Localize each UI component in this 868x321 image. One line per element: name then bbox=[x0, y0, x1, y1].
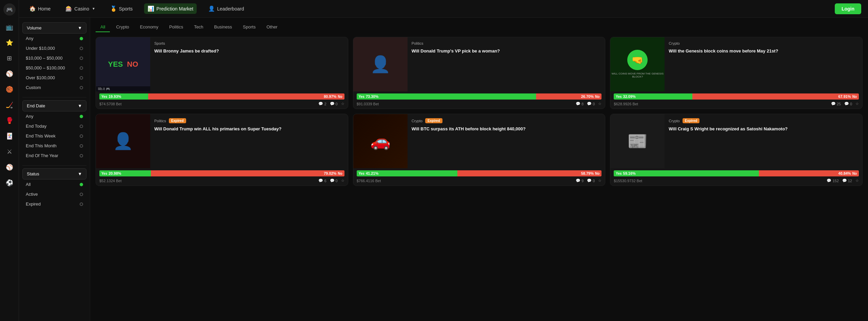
card-craig-likes: 💬 12 bbox=[842, 178, 852, 183]
tab-all[interactable]: All bbox=[96, 22, 110, 32]
card-craig-body: Crypto Expired Will Craig S Wright be re… bbox=[665, 114, 862, 168]
star-icon[interactable]: ☆ bbox=[341, 102, 344, 106]
nav-prediction-market[interactable]: 📊 Prediction Market bbox=[144, 3, 197, 14]
nav-casino-label: Casino bbox=[74, 6, 89, 12]
status-option-all[interactable]: All bbox=[22, 179, 86, 189]
card-bronny-image: YES NO lilb.it 🎮 bbox=[96, 37, 150, 91]
card-btc-image: 🚗 bbox=[353, 114, 408, 168]
sidebar-icon-nhl[interactable]: 🏒 bbox=[3, 98, 16, 112]
sidebar-icon-soccer[interactable]: ⚽ bbox=[3, 176, 16, 190]
card-btc-yes-bar: Yes 41.21% bbox=[357, 170, 458, 176]
no-label-8: No bbox=[595, 172, 599, 175]
volume-option-custom[interactable]: Custom bbox=[22, 83, 86, 92]
card-genesis-likes: 💬 0 bbox=[844, 102, 852, 106]
status-option-expired[interactable]: Expired bbox=[22, 199, 86, 209]
star-icon-7[interactable]: ☆ bbox=[341, 178, 344, 183]
tab-economy[interactable]: Economy bbox=[135, 22, 163, 32]
star-icon-9[interactable]: ☆ bbox=[598, 178, 601, 183]
sidebar-icon-nba[interactable]: 🏀 bbox=[3, 83, 16, 96]
card-trump-vp-footer: Yes 73.30% 26.70% No $91.0339 Bet bbox=[353, 91, 605, 109]
sidebar-icon-tv[interactable]: 📺 bbox=[3, 20, 16, 34]
sports-icon: 🏅 bbox=[110, 5, 117, 12]
volume-option-under10k[interactable]: Under $10,000 bbox=[22, 43, 86, 53]
enddate-month-dot bbox=[80, 144, 83, 148]
sidebar-icon-grid[interactable]: ⊞ bbox=[3, 51, 16, 65]
card-btc-ath[interactable]: 🚗 Crypto Expired Will BTC surpass its AT… bbox=[353, 114, 606, 186]
star-icon-5[interactable]: ☆ bbox=[855, 102, 859, 106]
card-btc-likes: 💬 0 bbox=[587, 178, 595, 183]
sidebar-icon-cards[interactable]: 🃏 bbox=[3, 129, 16, 143]
nav-casino[interactable]: 🎰 Casino ▼ bbox=[62, 3, 99, 14]
card-trump-vp[interactable]: 👤 Politics Will Donald Trump's VP pick b… bbox=[353, 37, 606, 109]
tab-tech[interactable]: Tech bbox=[189, 22, 208, 32]
volume-option-50k100k[interactable]: $50,000 – $100,000 bbox=[22, 63, 86, 73]
tab-politics[interactable]: Politics bbox=[164, 22, 188, 32]
card-trump-primaries-tag-row: Politics Expired bbox=[154, 118, 344, 123]
enddate-option-any[interactable]: Any bbox=[22, 111, 86, 121]
nav-sports[interactable]: 🏅 Sports bbox=[107, 3, 136, 14]
card-genesis-block[interactable]: 🤜 WILL COINS MOVE FROM THE GENESIS BLOCK… bbox=[610, 37, 863, 109]
tab-crypto[interactable]: Crypto bbox=[111, 22, 134, 32]
volume-filter-section: Volume ▼ Any Under $10,000 $10,000 – $50… bbox=[22, 22, 86, 92]
card-trump-primaries-likes: 💬 0 bbox=[330, 178, 338, 183]
volume-dropdown[interactable]: Volume ▼ bbox=[22, 22, 86, 34]
status-dropdown[interactable]: Status ▼ bbox=[22, 168, 86, 179]
nav-home[interactable]: 🏠 Home bbox=[26, 3, 54, 14]
card-trump-vp-no-pct: 26.70% bbox=[581, 94, 594, 99]
card-trump-primaries-no-bar: 79.02% No bbox=[151, 170, 344, 176]
card-btc-meta-right: 💬 9 💬 0 ☆ bbox=[576, 178, 601, 183]
card-btc-tag-row: Crypto Expired bbox=[412, 118, 601, 123]
card-trump-vp-bet: $91.0339 Bet bbox=[357, 102, 379, 106]
card-craig-wright[interactable]: 📰 Crypto Expired Will Craig S Wright be … bbox=[610, 114, 863, 186]
tab-business[interactable]: Business bbox=[210, 22, 237, 32]
enddate-dropdown[interactable]: End Date ▼ bbox=[22, 100, 86, 111]
status-chevron-icon: ▼ bbox=[78, 171, 82, 176]
enddate-option-month[interactable]: End This Month bbox=[22, 141, 86, 151]
comment-icon: 💬 bbox=[318, 102, 323, 106]
sidebar-icon-sword[interactable]: ⚔ bbox=[3, 145, 16, 158]
comment-icon-5: 💬 bbox=[831, 102, 836, 106]
no-label: No bbox=[338, 95, 342, 99]
sidebar-icon-mlb[interactable]: ⚾ bbox=[3, 67, 16, 81]
logo[interactable]: 🎮 bbox=[3, 3, 16, 16]
enddate-label: End Date bbox=[27, 103, 45, 108]
enddate-today-label: End Today bbox=[26, 124, 46, 129]
card-btc-no-bar: 58.79% No bbox=[457, 170, 601, 176]
tab-other[interactable]: Other bbox=[262, 22, 282, 32]
card-genesis-footer: Yes 32.09% 67.91% No $628.9926 Bet bbox=[610, 91, 862, 109]
card-trump-primaries[interactable]: 👤 Politics Expired Will Donald Trump win… bbox=[96, 114, 348, 186]
card-genesis-meta-right: 💬 25 💬 0 ☆ bbox=[831, 102, 859, 106]
tab-sports[interactable]: Sports bbox=[238, 22, 260, 32]
card-bronny-no-bar: 80.97% No bbox=[148, 93, 344, 100]
card-trump-primaries-tag: Politics bbox=[154, 119, 166, 123]
card-bronny-james[interactable]: YES NO lilb.it 🎮 Sports Will Bronny Jame… bbox=[96, 37, 348, 109]
status-option-active[interactable]: Active bbox=[22, 189, 86, 199]
like-icon: 💬 bbox=[330, 102, 335, 106]
card-trump-vp-comment-count: 8 bbox=[581, 102, 584, 106]
sidebar-icon-ufc[interactable]: 🥊 bbox=[3, 114, 16, 127]
volume-10k50k-dot bbox=[80, 57, 83, 60]
enddate-option-week[interactable]: End This Week bbox=[22, 131, 86, 141]
enddate-today-dot bbox=[80, 125, 83, 128]
yes-label-2: Yes bbox=[359, 95, 364, 99]
enddate-year-dot bbox=[80, 154, 83, 157]
star-icon-3[interactable]: ☆ bbox=[598, 102, 601, 106]
card-craig-comments: 💬 152 bbox=[827, 178, 839, 183]
prediction-icon: 📊 bbox=[147, 5, 154, 12]
card-trump-primaries-yes-bar: Yes 20.98% bbox=[99, 170, 151, 176]
card-genesis-title: Will the Genesis block coins move before… bbox=[669, 48, 858, 87]
card-genesis-bet: $628.9926 Bet bbox=[614, 102, 638, 106]
volume-option-any[interactable]: Any bbox=[22, 34, 86, 43]
enddate-option-today[interactable]: End Today bbox=[22, 121, 86, 131]
volume-option-10k50k[interactable]: $10,000 – $50,000 bbox=[22, 53, 86, 63]
volume-option-over100k[interactable]: Over $100,000 bbox=[22, 73, 86, 83]
login-button[interactable]: Login bbox=[835, 3, 861, 14]
sidebar-icon-baseball2[interactable]: ⚾ bbox=[3, 160, 16, 174]
card-trump-primaries-meta: $52.1324 Bet 💬 6 💬 0 ☆ bbox=[99, 178, 344, 183]
sidebar-icon-star[interactable]: ⭐ bbox=[3, 36, 16, 49]
star-icon-11[interactable]: ☆ bbox=[855, 178, 859, 183]
enddate-option-year[interactable]: End Of The Year bbox=[22, 151, 86, 160]
nav-leaderboard[interactable]: 👤 Leaderboard bbox=[205, 3, 247, 14]
comment-icon-11: 💬 bbox=[827, 178, 831, 183]
card-craig-comment-count: 152 bbox=[832, 179, 839, 183]
